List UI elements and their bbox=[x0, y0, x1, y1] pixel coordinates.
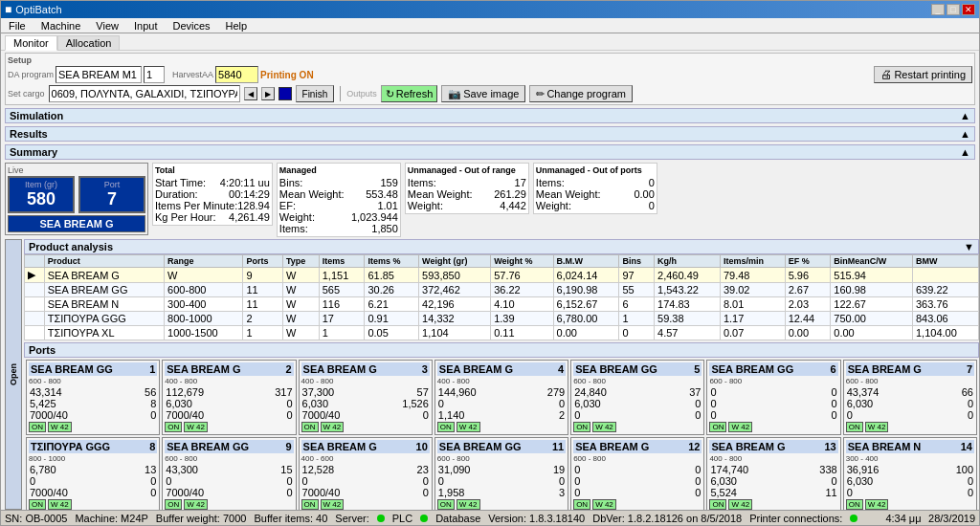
port-data-row: 7000/400 bbox=[165, 487, 293, 498]
harvest-input[interactable] bbox=[215, 66, 258, 83]
port-on-status[interactable]: ON bbox=[29, 499, 46, 510]
results-section[interactable]: Results▲ bbox=[5, 126, 975, 142]
port-w-status[interactable]: W 42 bbox=[592, 499, 616, 510]
port-on-status[interactable]: ON bbox=[165, 422, 182, 432]
summary-section[interactable]: Summary▲ bbox=[5, 144, 975, 160]
port-w-status[interactable]: W 42 bbox=[321, 499, 345, 510]
port-num: 3 bbox=[422, 363, 428, 375]
product-analysis-header[interactable]: Product analysis ▼ bbox=[24, 239, 979, 254]
port-on-status[interactable]: ON bbox=[573, 422, 590, 432]
stop-button[interactable] bbox=[278, 87, 292, 100]
port-range: 400 - 800 bbox=[301, 377, 430, 385]
port-num: 11 bbox=[552, 441, 564, 452]
port-w-status[interactable]: W 42 bbox=[865, 422, 889, 432]
port-on-status[interactable]: ON bbox=[165, 499, 182, 510]
table-cell: 97 bbox=[619, 268, 655, 283]
port-on-status[interactable]: ON bbox=[846, 499, 863, 510]
table-cell: 1 bbox=[319, 326, 365, 340]
change-program-button[interactable]: ✏ Change program bbox=[529, 85, 633, 102]
port-species: SEA BREAM G bbox=[303, 441, 377, 452]
machine-num-input[interactable] bbox=[144, 66, 165, 83]
port-data-row: 00 bbox=[709, 386, 837, 398]
port-range: 600 - 800 bbox=[437, 454, 566, 463]
table-cell: 6,024.14 bbox=[553, 268, 619, 283]
row-arrow: ▶ bbox=[25, 268, 45, 283]
port-on-status[interactable]: ON bbox=[846, 422, 863, 432]
table-cell: 1,543.22 bbox=[655, 283, 721, 297]
port-on-status[interactable]: ON bbox=[709, 422, 726, 432]
table-cell: 9 bbox=[243, 268, 282, 283]
tab-monitor[interactable]: Monitor bbox=[5, 35, 57, 51]
port-w-status[interactable]: W 42 bbox=[184, 422, 208, 432]
table-cell: 2.03 bbox=[785, 297, 831, 312]
table-cell: 11 bbox=[243, 283, 282, 297]
menu-help[interactable]: Help bbox=[222, 20, 252, 32]
table-cell: 30.26 bbox=[365, 283, 419, 297]
table-cell: 0.00 bbox=[785, 326, 831, 340]
port-data-row: 6,0300 bbox=[846, 398, 974, 409]
port-data-row: 112,679317 bbox=[165, 386, 293, 398]
menu-file[interactable]: File bbox=[5, 20, 30, 32]
plc-label: PLC bbox=[392, 513, 412, 524]
save-image-button[interactable]: 📷 Save image bbox=[441, 85, 525, 102]
port-status-row: ONW 42 bbox=[709, 422, 837, 432]
simulation-section[interactable]: Simulation▲ bbox=[5, 108, 975, 123]
port-on-status[interactable]: ON bbox=[437, 422, 455, 432]
table-row: SEA BREAM GG600-80011W56530.26372,46236.… bbox=[25, 283, 979, 297]
next-button[interactable]: ▶ bbox=[261, 87, 275, 100]
port-w-status[interactable]: W 42 bbox=[592, 422, 616, 432]
table-cell: 372,462 bbox=[419, 283, 491, 297]
unmanaged-ports-panel: Unmanaged - Out of ports Items:0 Mean We… bbox=[533, 163, 657, 214]
table-cell: SEA BREAM G bbox=[44, 268, 164, 283]
port-on-status[interactable]: ON bbox=[29, 422, 46, 432]
port-range: 800 - 1000 bbox=[29, 454, 157, 463]
port-data-row: 37,30057 bbox=[301, 386, 430, 398]
open-panel-handle[interactable]: Open bbox=[5, 239, 22, 510]
port-data-row: 6,0300 bbox=[165, 398, 293, 409]
port-range: 600 - 800 bbox=[573, 377, 702, 385]
port-on-status[interactable]: ON bbox=[437, 499, 455, 510]
port-card: SEA BREAM G10400 - 60012,52823007000/400… bbox=[299, 437, 433, 510]
tab-allocation[interactable]: Allocation bbox=[57, 35, 121, 50]
port-num: 7 bbox=[967, 363, 972, 375]
port-on-status[interactable]: ON bbox=[709, 499, 726, 510]
menu-devices[interactable]: Devices bbox=[168, 20, 213, 32]
col-arrow bbox=[25, 255, 45, 268]
table-cell: 1.39 bbox=[491, 312, 553, 326]
set-cargo-input[interactable] bbox=[49, 85, 240, 102]
menu-input[interactable]: Input bbox=[130, 20, 161, 32]
port-w-status[interactable]: W 42 bbox=[728, 499, 752, 510]
port-w-status[interactable]: W 42 bbox=[865, 499, 889, 510]
port-w-status[interactable]: W 42 bbox=[728, 422, 752, 432]
port-w-status[interactable]: W 42 bbox=[457, 422, 480, 432]
refresh-button[interactable]: ↻ Refresh bbox=[381, 85, 438, 102]
port-on-status[interactable]: ON bbox=[301, 499, 319, 510]
port-w-status[interactable]: W 42 bbox=[48, 422, 72, 432]
port-w-status[interactable]: W 42 bbox=[321, 422, 345, 432]
port-w-status[interactable]: W 42 bbox=[457, 499, 480, 510]
live-panel: Live Item (gr) 580 Port 7 SEA BREAM G bbox=[5, 163, 148, 235]
program-icon: ✏ bbox=[536, 88, 545, 100]
da-program-input[interactable] bbox=[56, 66, 142, 83]
prev-button[interactable]: ◀ bbox=[244, 87, 257, 100]
port-w-status[interactable]: W 42 bbox=[184, 499, 208, 510]
finish-button[interactable]: Finish bbox=[296, 85, 335, 102]
port-on-status[interactable]: ON bbox=[573, 499, 590, 510]
col-range: Range bbox=[165, 255, 243, 268]
setup-section-label: Setup bbox=[8, 55, 972, 65]
close-button[interactable]: ✕ bbox=[962, 4, 975, 15]
table-cell: 565 bbox=[319, 283, 365, 297]
port-data-row: 43,30015 bbox=[165, 464, 293, 475]
menu-view[interactable]: View bbox=[92, 20, 122, 32]
table-cell: 750.00 bbox=[831, 312, 913, 326]
minimize-button[interactable]: _ bbox=[931, 4, 945, 15]
maximize-button[interactable]: □ bbox=[947, 4, 960, 15]
table-cell: W bbox=[165, 268, 243, 283]
menu-machine[interactable]: Machine bbox=[37, 20, 85, 32]
port-range: 400 - 600 bbox=[301, 454, 430, 463]
restart-printing-button[interactable]: 🖨 Restart printing bbox=[874, 66, 972, 83]
port-on-status[interactable]: ON bbox=[301, 422, 319, 432]
port-status-row: ONW 42 bbox=[573, 422, 702, 432]
port-data-row: 144,960279 bbox=[437, 386, 566, 398]
port-w-status[interactable]: W 42 bbox=[48, 499, 72, 510]
